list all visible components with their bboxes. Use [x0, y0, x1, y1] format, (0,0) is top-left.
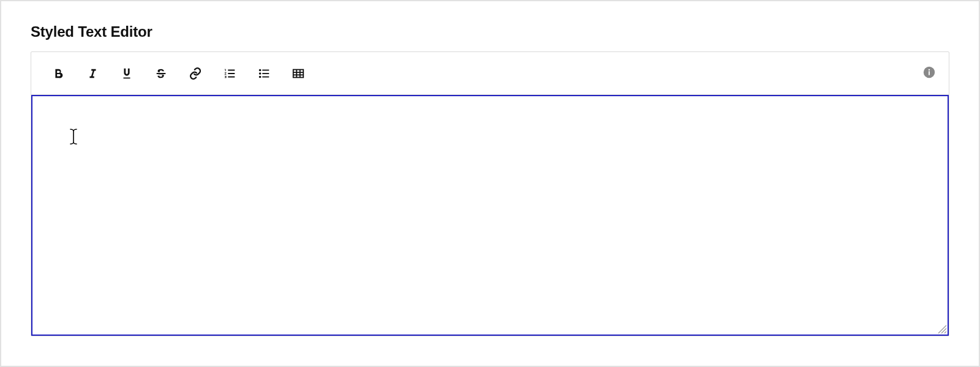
- italic-button[interactable]: [78, 59, 107, 88]
- svg-rect-12: [929, 71, 930, 75]
- strikethrough-icon: [154, 67, 168, 80]
- unordered-list-icon: [257, 67, 271, 80]
- info-button[interactable]: [922, 66, 937, 81]
- ordered-list-button[interactable]: [215, 59, 244, 88]
- editor-container: [31, 51, 949, 336]
- table-button[interactable]: [284, 59, 313, 88]
- editor-textarea[interactable]: [31, 95, 949, 336]
- editor-toolbar: [31, 52, 949, 95]
- link-icon: [189, 67, 202, 80]
- svg-rect-5: [262, 76, 269, 77]
- unordered-list-button[interactable]: [249, 59, 279, 88]
- resize-handle[interactable]: [936, 323, 947, 334]
- info-icon: [922, 66, 936, 81]
- table-icon: [292, 67, 305, 80]
- strikethrough-button[interactable]: [146, 59, 176, 88]
- italic-icon: [86, 67, 99, 80]
- text-cursor-icon: [68, 128, 79, 145]
- bold-icon: [51, 67, 65, 80]
- text-editor-panel: Styled Text Editor: [0, 0, 980, 367]
- link-button[interactable]: [181, 59, 210, 88]
- svg-point-1: [259, 72, 262, 75]
- svg-line-16: [944, 331, 946, 333]
- svg-rect-6: [293, 69, 304, 77]
- section-title: Styled Text Editor: [31, 23, 153, 40]
- svg-point-2: [259, 75, 262, 78]
- svg-point-13: [929, 69, 930, 70]
- svg-rect-3: [262, 69, 269, 70]
- ordered-list-icon: [223, 67, 236, 80]
- underline-button[interactable]: [112, 59, 141, 88]
- bold-button[interactable]: [43, 59, 73, 88]
- svg-rect-4: [262, 73, 269, 74]
- underline-icon: [120, 67, 134, 80]
- svg-point-0: [259, 69, 262, 71]
